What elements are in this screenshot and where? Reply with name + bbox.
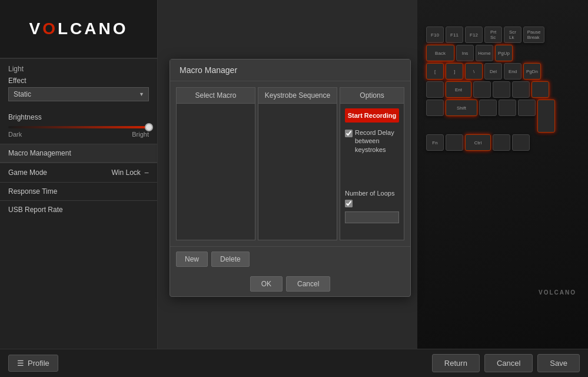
keystroke-sequence-panel: Keystrobe Sequence <box>258 87 337 240</box>
select-macro-panel: Select Macro <box>176 87 255 240</box>
number-of-loops-section: Number of Loops <box>345 189 399 223</box>
key-num3 <box>518 100 536 116</box>
brightness-label: Brightness <box>8 113 149 121</box>
slider-track <box>8 126 149 128</box>
key-prtsc: PrtSc <box>484 27 502 43</box>
keystroke-body[interactable] <box>258 104 337 233</box>
keyboard-area: F10 F11 F12 PrtSc ScrLk PauseBreak Back … <box>417 0 588 349</box>
options-body: Start Recording Record Delay between key… <box>340 104 404 228</box>
effect-select[interactable]: Static Breathing Wave Reactive Custom <box>8 87 149 101</box>
key-num1b <box>479 100 497 116</box>
slider-labels: Dark Bright <box>8 131 149 138</box>
dialog-btn-row: New Delete <box>170 246 410 272</box>
win-lock-label: Win Lock <box>111 168 140 177</box>
record-delay-row: Record Delay between keystrokes <box>345 128 399 154</box>
keyboard-brand-label: VOLCANO <box>539 289 576 296</box>
main-content: F10 F11 F12 PrtSc ScrLk PauseBreak Back … <box>158 0 588 349</box>
start-recording-button[interactable]: Start Recording <box>345 108 399 123</box>
key-pgup: PgUp <box>495 45 513 61</box>
key-num6 <box>512 81 530 98</box>
key-del: Del <box>484 63 502 80</box>
new-delete-row: New Delete <box>176 252 250 267</box>
key-win <box>446 134 463 151</box>
bottom-bar: ☰ Profile Return Cancel Save <box>0 349 588 377</box>
dark-label: Dark <box>8 131 22 138</box>
game-mode-row: Game Mode Win Lock − <box>0 163 157 182</box>
key-f12: F12 <box>465 27 483 43</box>
key-back: Back <box>426 45 454 61</box>
game-mode-label: Game Mode <box>8 168 47 177</box>
key-num7 <box>426 81 444 98</box>
ok-cancel-row: OK Cancel <box>170 272 410 296</box>
key-num0 <box>493 134 510 151</box>
light-label: Light <box>8 65 149 73</box>
game-mode-right: Win Lock − <box>111 168 149 177</box>
bottom-right-buttons: Return Cancel Save <box>432 354 580 372</box>
ok-button[interactable]: OK <box>250 276 283 292</box>
key-numplus <box>531 81 549 98</box>
response-time-item[interactable]: Response Time <box>0 182 157 200</box>
profile-icon: ☰ <box>17 359 24 368</box>
key-rbracket: ] <box>446 63 463 80</box>
options-header: Options <box>340 88 404 104</box>
save-button[interactable]: Save <box>537 354 580 372</box>
dialog-body: Select Macro Keystrobe Sequence Options … <box>170 81 410 246</box>
sidebar: VOLCANO Light Effect Static Breathing Wa… <box>0 0 158 353</box>
key-f11: F11 <box>446 27 463 43</box>
return-button[interactable]: Return <box>432 354 480 372</box>
keyboard-image: F10 F11 F12 PrtSc ScrLk PauseBreak Back … <box>417 0 588 349</box>
key-scrlk: ScrLk <box>504 27 521 43</box>
key-numenter <box>537 100 555 133</box>
number-of-loops-checkbox[interactable] <box>345 200 353 207</box>
new-button[interactable]: New <box>176 252 208 267</box>
key-ctrl-r: Ctrl <box>465 134 491 151</box>
slider-thumb[interactable] <box>145 123 153 131</box>
macro-management-item[interactable]: Macro Management <box>0 144 157 163</box>
key-num4 <box>473 81 491 98</box>
key-pgdn: PgDn <box>523 63 541 80</box>
delete-button[interactable]: Delete <box>211 252 250 267</box>
bright-label: Bright <box>132 131 149 138</box>
light-section: Light Effect Static Breathing Wave React… <box>0 59 157 107</box>
key-ins: Ins <box>456 45 474 61</box>
minus-icon[interactable]: − <box>144 168 149 177</box>
brightness-slider[interactable] <box>8 126 149 128</box>
record-delay-checkbox[interactable] <box>345 130 353 137</box>
effect-label: Effect <box>8 77 149 85</box>
app-logo: VOLCANO <box>29 19 128 38</box>
profile-button[interactable]: ☰ Profile <box>8 355 58 372</box>
key-enter: Ent <box>446 81 471 98</box>
profile-label: Profile <box>28 359 49 368</box>
number-of-loops-label: Number of Loops <box>345 189 399 197</box>
key-lbracket: [ <box>426 63 444 80</box>
cancel-button[interactable]: Cancel <box>484 354 533 372</box>
key-num2 <box>499 100 516 116</box>
dialog-cancel-button[interactable]: Cancel <box>286 276 330 292</box>
key-shift: Shift <box>446 100 477 116</box>
key-num1a <box>426 100 444 116</box>
key-pause: PauseBreak <box>523 27 544 43</box>
brightness-section: Brightness Dark Bright <box>0 107 157 144</box>
usb-report-rate-item[interactable]: USB Report Rate <box>0 200 157 219</box>
dialog-title: Macro Manager <box>170 59 410 81</box>
options-panel: Options Start Recording Record Delay bet… <box>340 87 404 240</box>
record-delay-label: Record Delay between keystrokes <box>355 128 399 154</box>
select-macro-header: Select Macro <box>177 88 255 104</box>
key-end: End <box>504 63 521 80</box>
select-macro-body[interactable] <box>177 104 255 233</box>
key-numdel <box>512 134 530 151</box>
key-backslash: \ <box>465 63 483 80</box>
key-home: Home <box>476 45 493 61</box>
key-fn: Fn <box>426 134 444 151</box>
key-f10: F10 <box>426 27 444 43</box>
keystroke-header: Keystrobe Sequence <box>258 88 337 104</box>
logo-area: VOLCANO <box>0 0 157 59</box>
key-num5 <box>493 81 510 98</box>
macro-manager-dialog: Macro Manager Select Macro Keystrobe Seq… <box>170 59 411 297</box>
number-of-loops-input[interactable] <box>345 211 399 223</box>
effect-select-wrapper[interactable]: Static Breathing Wave Reactive Custom <box>8 87 149 101</box>
